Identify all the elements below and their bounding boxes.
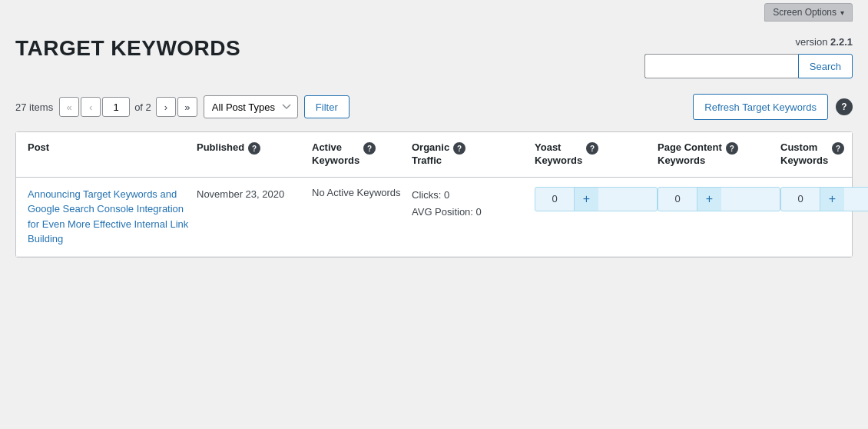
post-cell: Announcing Target Keywords and Google Se…: [28, 187, 197, 247]
yoast-keywords-help-icon[interactable]: ?: [586, 142, 598, 155]
page-content-count: 0: [658, 193, 697, 205]
table-row: Announcing Target Keywords and Google Se…: [16, 178, 852, 257]
post-type-select[interactable]: All Post Types: [204, 95, 298, 118]
no-active-keywords: No Active Keywords: [312, 187, 401, 198]
page-content-cell: 0 +: [658, 187, 780, 211]
toolbar-right: Refresh Target Keywords ?: [693, 94, 853, 120]
custom-keywords-cell: 0 +: [780, 187, 868, 211]
col-header-custom-keywords: CustomKeywords ?: [780, 141, 868, 168]
screen-options-button[interactable]: Screen Options ▾: [764, 3, 853, 22]
clicks-value: Clicks: 0: [412, 187, 535, 204]
screen-options-label: Screen Options: [773, 7, 837, 18]
screen-options-bar: Screen Options ▾: [15, 0, 853, 25]
col-header-active-keywords: ActiveKeywords ?: [312, 141, 412, 168]
version-text: version 2.2.1: [796, 36, 853, 48]
custom-count-box: 0 +: [780, 187, 868, 211]
header-section: TARGET KEYWORDS version 2.2.1 Search: [15, 25, 853, 86]
pagination: « ‹ of 2 › »: [59, 97, 197, 117]
toolbar-left: 27 items « ‹ of 2 › » All Post Types Fil…: [15, 95, 350, 118]
col-header-yoast-keywords-label: YoastKeywords: [535, 141, 582, 168]
page-number-input[interactable]: [102, 97, 130, 117]
table-header: Post Published ? ActiveKeywords ? Organi…: [16, 132, 852, 178]
search-button[interactable]: Search: [798, 54, 853, 78]
active-keywords-cell: No Active Keywords: [312, 187, 412, 198]
yoast-keywords-cell: 0 +: [535, 187, 658, 211]
filter-button[interactable]: Filter: [304, 95, 350, 118]
col-header-active-keywords-label: ActiveKeywords: [312, 141, 359, 168]
refresh-target-keywords-button[interactable]: Refresh Target Keywords: [693, 94, 828, 120]
col-header-custom-keywords-label: CustomKeywords: [780, 141, 828, 168]
active-keywords-help-icon[interactable]: ?: [363, 142, 376, 155]
col-header-published-label: Published: [197, 141, 244, 155]
custom-keywords-help-icon[interactable]: ?: [832, 142, 844, 155]
col-header-page-content: Page ContentKeywords ?: [658, 141, 780, 168]
toolbar-help-icon[interactable]: ?: [836, 98, 853, 115]
yoast-count-box: 0 +: [535, 187, 658, 211]
next-page-button[interactable]: ›: [156, 97, 176, 117]
search-row: Search: [644, 54, 853, 78]
col-header-post-label: Post: [28, 141, 49, 155]
prev-page-button[interactable]: ‹: [81, 97, 101, 117]
items-count: 27 items: [15, 101, 53, 113]
version-number: 2.2.1: [830, 36, 853, 48]
col-header-page-content-label: Page ContentKeywords: [658, 141, 722, 168]
organic-traffic-values: Clicks: 0 AVG Position: 0: [412, 187, 535, 221]
col-header-published: Published ?: [197, 141, 312, 168]
page-content-help-icon[interactable]: ?: [726, 142, 738, 155]
main-table: Post Published ? ActiveKeywords ? Organi…: [15, 131, 853, 258]
page-wrapper: Screen Options ▾ TARGET KEYWORDS version…: [0, 0, 868, 429]
page-content-add-button[interactable]: +: [697, 187, 721, 211]
page-title: TARGET KEYWORDS: [15, 36, 240, 61]
of-text: of 2: [134, 101, 151, 113]
col-header-yoast-keywords: YoastKeywords ?: [535, 141, 658, 168]
custom-count: 0: [781, 193, 820, 205]
toolbar-row: 27 items « ‹ of 2 › » All Post Types Fil…: [15, 86, 853, 128]
col-header-organic-traffic: OrganicTraffic ?: [412, 141, 535, 168]
header-right: version 2.2.1 Search: [644, 36, 853, 78]
organic-traffic-cell: Clicks: 0 AVG Position: 0: [412, 187, 535, 221]
version-prefix: version: [796, 36, 828, 48]
organic-traffic-help-icon[interactable]: ?: [453, 142, 465, 155]
page-content-count-box: 0 +: [658, 187, 780, 211]
yoast-add-button[interactable]: +: [574, 187, 598, 211]
col-header-post: Post: [28, 141, 197, 168]
screen-options-arrow-icon: ▾: [840, 8, 844, 17]
last-page-button[interactable]: »: [177, 97, 197, 117]
published-date: November 23, 2020: [197, 188, 284, 200]
yoast-count: 0: [535, 193, 574, 205]
custom-add-button[interactable]: +: [820, 187, 844, 211]
avg-position-value: AVG Position: 0: [412, 204, 535, 221]
search-input[interactable]: [644, 54, 798, 78]
col-header-organic-traffic-label: OrganicTraffic: [412, 141, 449, 168]
published-cell: November 23, 2020: [197, 187, 312, 202]
published-help-icon[interactable]: ?: [248, 142, 260, 155]
first-page-button[interactable]: «: [59, 97, 79, 117]
post-link[interactable]: Announcing Target Keywords and Google Se…: [28, 188, 188, 245]
